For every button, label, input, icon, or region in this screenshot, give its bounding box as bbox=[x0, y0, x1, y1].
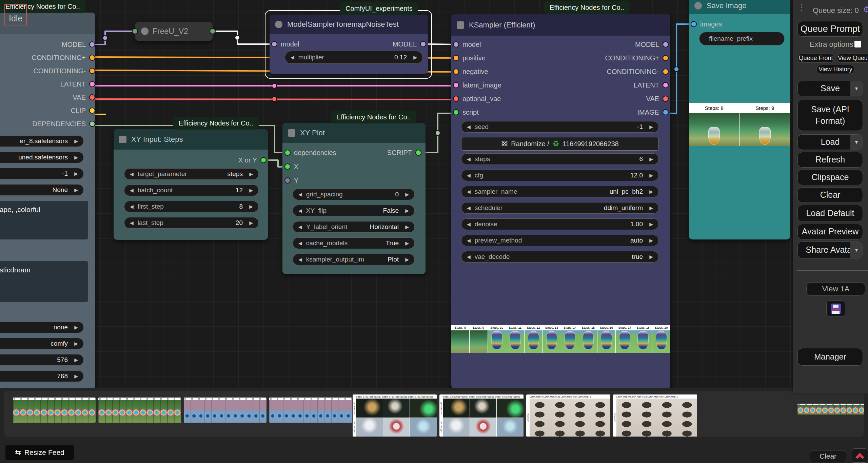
manager-button[interactable]: Manager bbox=[797, 348, 863, 366]
preview-image-cell[interactable]: Steps: 8 bbox=[451, 325, 469, 353]
port-dot[interactable] bbox=[415, 150, 421, 156]
input-port[interactable]: negative bbox=[453, 67, 501, 76]
port-dot[interactable] bbox=[691, 21, 697, 27]
feed-thumbnail[interactable] bbox=[184, 398, 267, 423]
save-avatar-button[interactable] bbox=[826, 301, 845, 317]
node-header[interactable]: ModelSamplerTonemapNoiseTest bbox=[270, 15, 428, 34]
preview-image-cell[interactable]: Steps: 14 bbox=[561, 325, 579, 353]
input-port[interactable]: dependencies bbox=[284, 149, 336, 157]
node-header[interactable]: XY Input: Steps bbox=[114, 129, 268, 150]
collapse-toggle-icon[interactable] bbox=[275, 21, 282, 28]
input-port[interactable]: Y bbox=[284, 176, 336, 185]
node-header[interactable]: XY Plot bbox=[282, 123, 426, 143]
ksampler-preview-strip[interactable]: Steps: 8 Steps: 9 Steps: 10 Steps: 11 bbox=[451, 325, 670, 353]
load-default-button[interactable]: Load Default bbox=[797, 205, 863, 222]
collapse-toggle-icon[interactable] bbox=[457, 21, 464, 29]
save-image-previews[interactable]: Steps: 8 Steps: 9 bbox=[689, 103, 790, 146]
port-dot[interactable] bbox=[89, 94, 95, 100]
node-widget[interactable]: batch_count 12 bbox=[124, 185, 259, 196]
node-widget[interactable]: Y_label_orient Horizontal bbox=[293, 221, 415, 233]
view-history-button[interactable]: View History bbox=[816, 65, 854, 74]
preview-image-cell[interactable]: Steps: 11 bbox=[506, 325, 524, 353]
output-port[interactable]: VAE bbox=[646, 95, 669, 103]
negative-prompt-textarea[interactable]: ealisticdream bbox=[0, 261, 88, 302]
output-port[interactable]: LATENT bbox=[60, 80, 95, 88]
port-dot[interactable] bbox=[453, 82, 459, 88]
input-port[interactable]: model bbox=[453, 40, 501, 49]
positive-prompt-textarea[interactable]: dscape, ,colorful bbox=[0, 201, 88, 239]
collapsed-output-dot[interactable] bbox=[210, 28, 216, 34]
node-widget[interactable]: sampler_name uni_pc_bh2 bbox=[461, 186, 659, 197]
output-port[interactable]: VAE bbox=[73, 93, 95, 101]
load-button[interactable]: Load ▼ bbox=[797, 134, 863, 150]
port-dot[interactable] bbox=[89, 55, 95, 61]
node-widget[interactable]: preview_method auto bbox=[461, 235, 659, 246]
node-widget[interactable]: XY_flip False bbox=[293, 205, 415, 216]
feed-thumbnail[interactable]: Seed: 97627656461567 Seed: 9762765646156… bbox=[353, 394, 437, 437]
port-dot[interactable] bbox=[453, 69, 459, 75]
queue-prompt-button[interactable]: Queue Prompt bbox=[797, 21, 863, 37]
output-port[interactable]: CLIP bbox=[71, 107, 95, 115]
collapse-feed-button[interactable] bbox=[852, 448, 868, 463]
port-dot[interactable] bbox=[663, 55, 669, 61]
output-port[interactable]: CONDITIONING+ bbox=[605, 54, 669, 62]
saved-image-cell[interactable]: Steps: 9 bbox=[740, 103, 790, 146]
collapse-toggle-icon[interactable] bbox=[141, 27, 149, 35]
ksampler-efficient-node[interactable]: KSampler (Efficient) model positive nega… bbox=[451, 14, 670, 389]
port-dot[interactable] bbox=[420, 41, 426, 47]
output-port[interactable]: CONDITIONING- bbox=[34, 67, 95, 75]
input-port[interactable]: X bbox=[284, 162, 336, 171]
preview-image-cell[interactable]: Steps: 20 bbox=[652, 325, 670, 353]
node-widget[interactable]: 768 bbox=[0, 370, 84, 382]
freeu-v2-node[interactable]: FreeU_V2 bbox=[135, 22, 213, 41]
output-port[interactable]: IMAGE bbox=[637, 108, 669, 116]
xy-plot-node[interactable]: XY Plot dependencies X Y bbox=[282, 123, 426, 274]
image-feed-container[interactable]: Seed: 97627656461567 Seed: 9762765646156… bbox=[4, 391, 864, 437]
collapsed-input-dot[interactable] bbox=[132, 28, 138, 34]
port-dot[interactable] bbox=[284, 150, 291, 156]
feed-thumbnail[interactable]: Seed: 97627656461567 Seed: 9762765646156… bbox=[439, 394, 524, 437]
output-port[interactable]: SCRIPT bbox=[387, 149, 421, 157]
node-widget[interactable]: cfg 12.0 bbox=[461, 170, 659, 181]
output-port[interactable]: MODEL bbox=[62, 40, 95, 49]
port-dot[interactable] bbox=[453, 41, 459, 47]
feed-thumbnail[interactable]: LoRA Mgr: 0 LoRA Mgr: 0.33 LoRA Mgr: 0.6… bbox=[613, 394, 697, 437]
port-dot[interactable] bbox=[663, 69, 669, 75]
input-port[interactable]: latent_image bbox=[453, 81, 501, 89]
output-port[interactable]: X or Y bbox=[238, 156, 267, 164]
output-port[interactable]: LATENT bbox=[634, 81, 669, 89]
preview-image-cell[interactable]: Steps: 18 bbox=[634, 325, 652, 353]
node-widget[interactable]: target_parameter steps bbox=[124, 168, 259, 180]
port-dot[interactable] bbox=[453, 96, 459, 102]
save-api-format-button[interactable]: Save (API Format) bbox=[797, 100, 863, 131]
node-widget[interactable]: 576 bbox=[0, 354, 84, 366]
queue-front-button[interactable]: Queue Front bbox=[797, 54, 834, 63]
output-port[interactable]: CONDITIONING- bbox=[607, 67, 669, 76]
port-dot[interactable] bbox=[453, 109, 459, 115]
node-widget[interactable]: -1 bbox=[0, 168, 84, 179]
save-dropdown-caret[interactable]: ▼ bbox=[850, 81, 863, 96]
feed-thumbnail[interactable] bbox=[98, 398, 181, 423]
save-button[interactable]: Save ▼ bbox=[797, 81, 863, 96]
preview-image-cell[interactable]: Steps: 13 bbox=[543, 325, 561, 353]
node-widget[interactable]: scheduler ddim_uniform bbox=[461, 202, 659, 214]
collapse-toggle-icon[interactable] bbox=[694, 2, 702, 9]
xy-input-steps-node[interactable]: XY Input: Steps X or Y target_parameter … bbox=[114, 129, 268, 240]
resize-feed-button[interactable]: ⇆ Resize Feed bbox=[5, 445, 74, 460]
feed-thumbnail[interactable] bbox=[797, 404, 864, 414]
port-dot[interactable] bbox=[260, 157, 267, 163]
port-dot[interactable] bbox=[453, 55, 459, 61]
preview-image-cell[interactable]: Steps: 9 bbox=[470, 325, 488, 353]
port-dot[interactable] bbox=[271, 41, 277, 47]
output-port[interactable]: MODEL bbox=[635, 40, 669, 49]
feed-thumbnail[interactable] bbox=[13, 398, 96, 423]
node-header[interactable]: KSampler (Efficient) bbox=[451, 14, 670, 36]
port-dot[interactable] bbox=[89, 68, 95, 74]
clear-button[interactable]: Clear bbox=[797, 187, 863, 203]
refresh-button[interactable]: Refresh bbox=[797, 152, 863, 168]
preview-image-cell[interactable]: Steps: 10 bbox=[488, 325, 506, 353]
randomize-seed-button[interactable]: ⚄ Randomize / ♻ 116499192066238 bbox=[461, 137, 659, 151]
node-header[interactable]: Save Image bbox=[689, 0, 790, 14]
share-avatar-button[interactable]: Share Avatar ▼ bbox=[797, 242, 863, 258]
port-dot[interactable] bbox=[663, 96, 669, 102]
